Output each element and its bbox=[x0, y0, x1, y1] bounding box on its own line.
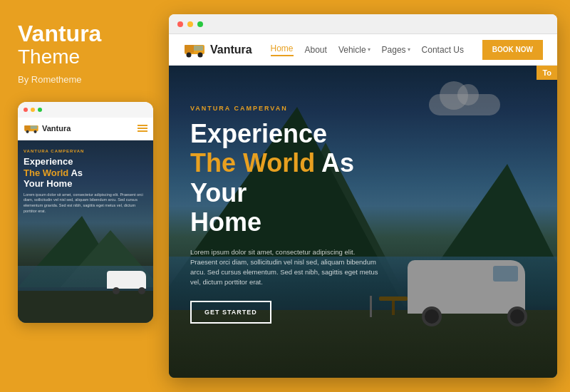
browser-dot-red bbox=[177, 21, 183, 27]
mobile-van-wheel-left bbox=[113, 287, 120, 294]
browser-dot-yellow bbox=[187, 21, 193, 27]
svg-point-8 bbox=[198, 52, 203, 57]
brand-title: Vantura bbox=[18, 21, 146, 46]
mobile-body-text: Lorem ipsum dolor sit amet, consectetur … bbox=[24, 192, 147, 215]
nav-link-about[interactable]: About bbox=[305, 45, 327, 55]
mobile-tag: VANTURA CAMPERVAN bbox=[24, 149, 147, 153]
mobile-hamburger-icon[interactable] bbox=[138, 125, 147, 132]
pages-chevron-icon: ▾ bbox=[408, 46, 410, 53]
mobile-dot-green bbox=[38, 108, 42, 112]
svg-point-7 bbox=[187, 52, 192, 57]
mobile-top-bar bbox=[18, 102, 153, 118]
svg-point-3 bbox=[33, 130, 36, 133]
nav-link-vehicle[interactable]: Vehicle ▾ bbox=[338, 45, 370, 55]
mobile-headline-line1: Experience bbox=[24, 156, 73, 167]
desktop-hero-tag: VANTURA CAMPERVAN bbox=[190, 105, 404, 112]
browser-top-bar bbox=[169, 14, 557, 34]
left-panel: Vantura Theme By Rometheme Vantura bbox=[0, 0, 164, 392]
browser-dot-green bbox=[197, 21, 203, 27]
mobile-van-icon bbox=[24, 123, 39, 134]
desktop-hero-body: Lorem ipsum dolor sit amet, consectetur … bbox=[190, 247, 383, 288]
browser-mockup: Vantura Home About Vehicle ▾ Pages ▾ Con… bbox=[169, 14, 557, 378]
browser-hero: VANTURA CAMPERVAN Experience The World A… bbox=[169, 66, 557, 378]
desktop-hero-headline: Experience The World As YourHome bbox=[190, 119, 404, 237]
mobile-dot-yellow bbox=[31, 108, 35, 112]
nav-link-contact[interactable]: Contact Us bbox=[422, 45, 464, 55]
mobile-dot-red bbox=[24, 108, 28, 112]
mobile-van-body bbox=[107, 271, 146, 289]
get-started-button[interactable]: GET STARTED bbox=[190, 301, 271, 324]
book-now-button[interactable]: BOOK NOW bbox=[482, 40, 543, 60]
mobile-nav: Vantura bbox=[18, 118, 153, 140]
svg-rect-9 bbox=[194, 46, 203, 51]
mobile-hero: VANTURA CAMPERVAN Experience The World A… bbox=[18, 140, 153, 323]
mobile-headline-highlight: The World bbox=[24, 167, 68, 178]
mobile-van-wheel-right bbox=[138, 287, 145, 294]
browser-nav: Vantura Home About Vehicle ▾ Pages ▾ Con… bbox=[169, 34, 557, 66]
mobile-hero-content: VANTURA CAMPERVAN Experience The World A… bbox=[24, 149, 147, 215]
nav-link-pages[interactable]: Pages ▾ bbox=[382, 45, 410, 55]
scroll-indicator: To bbox=[537, 66, 557, 80]
by-line: By Rometheme bbox=[18, 74, 146, 85]
browser-logo-text: Vantura bbox=[210, 43, 252, 56]
desktop-hero-content: VANTURA CAMPERVAN Experience The World A… bbox=[190, 105, 404, 324]
mobile-headline: Experience The World AsYour Home bbox=[24, 156, 147, 190]
browser-nav-links: Home About Vehicle ▾ Pages ▾ Contact Us bbox=[271, 43, 464, 56]
vehicle-chevron-icon: ▾ bbox=[368, 46, 370, 53]
svg-rect-1 bbox=[24, 125, 30, 130]
mobile-logo-text: Vantura bbox=[42, 124, 71, 133]
brand-subtitle: Theme bbox=[18, 46, 146, 68]
nav-link-home[interactable]: Home bbox=[271, 43, 294, 56]
svg-rect-6 bbox=[185, 45, 194, 53]
browser-logo-area: Vantura bbox=[183, 42, 252, 58]
browser-van-icon bbox=[183, 42, 206, 58]
svg-point-2 bbox=[26, 130, 28, 133]
mobile-mockup: Vantura VANTURA CAMPERVAN bbox=[18, 102, 153, 323]
mobile-van bbox=[107, 269, 150, 294]
desktop-headline-line1: Experience bbox=[190, 119, 327, 148]
desktop-headline-highlight: The World bbox=[190, 148, 315, 177]
mobile-logo-area: Vantura bbox=[24, 123, 71, 134]
svg-rect-4 bbox=[31, 126, 38, 129]
